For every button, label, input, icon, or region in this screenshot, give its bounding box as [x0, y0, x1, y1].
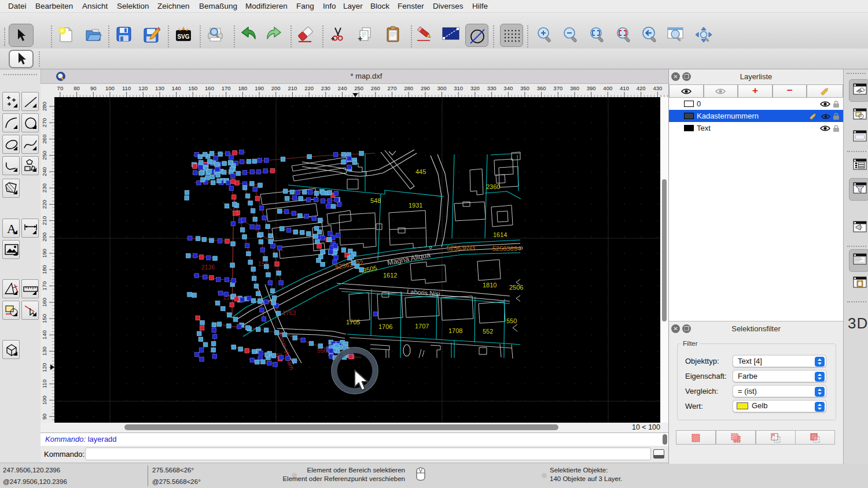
svg-text:230: 230 [321, 85, 330, 91]
svg-text:1705: 1705 [346, 319, 360, 326]
svg-text:260: 260 [371, 85, 380, 91]
svg-text:550: 550 [506, 317, 517, 324]
svg-text:190: 190 [41, 249, 47, 258]
svg-text:210: 210 [41, 216, 47, 225]
svg-text:110: 110 [122, 85, 131, 91]
svg-text:140: 140 [41, 330, 47, 339]
svg-text:230: 230 [41, 183, 47, 193]
svg-text:330: 330 [487, 85, 496, 91]
svg-text:110: 110 [41, 379, 47, 388]
svg-text:130: 130 [41, 346, 47, 356]
svg-text:320: 320 [470, 85, 480, 91]
svg-text:220: 220 [304, 85, 314, 91]
svg-text:390: 390 [587, 85, 596, 91]
svg-text:2136: 2136 [201, 264, 215, 271]
svg-text:170: 170 [222, 85, 231, 91]
svg-text:1763: 1763 [282, 309, 296, 316]
svg-text:130: 130 [155, 85, 164, 91]
svg-text:100: 100 [105, 85, 115, 91]
svg-text:240: 240 [41, 167, 47, 176]
svg-text:290: 290 [421, 85, 430, 91]
svg-text:260: 260 [41, 135, 47, 144]
svg-text:52563694: 52563694 [492, 245, 521, 252]
svg-text:160: 160 [41, 298, 47, 307]
svg-text:1708: 1708 [448, 327, 462, 334]
svg-text:1707: 1707 [415, 323, 429, 330]
svg-text:380: 380 [570, 85, 579, 91]
svg-text:80: 80 [73, 85, 80, 91]
svg-text:430: 430 [653, 85, 662, 91]
svg-text:170: 170 [41, 282, 47, 291]
svg-text:210: 210 [288, 85, 297, 91]
svg-text:150: 150 [41, 314, 47, 323]
svg-text:270: 270 [388, 85, 397, 91]
svg-text:350: 350 [520, 85, 529, 91]
svg-text:52563693: 52563693 [447, 245, 475, 252]
svg-text:310: 310 [454, 85, 463, 91]
svg-text:552: 552 [483, 328, 493, 335]
svg-text:180: 180 [238, 85, 247, 91]
svg-text:300: 300 [437, 85, 447, 91]
svg-text:400: 400 [603, 85, 612, 91]
svg-text:120: 120 [41, 363, 47, 372]
svg-text:180: 180 [41, 265, 47, 274]
svg-text:1706: 1706 [378, 323, 392, 330]
svg-text:280: 280 [41, 102, 47, 111]
svg-text:1810: 1810 [483, 282, 496, 289]
svg-text:548: 548 [370, 197, 381, 204]
svg-text:410: 410 [620, 85, 629, 91]
svg-text:90: 90 [90, 85, 97, 91]
svg-text:200: 200 [271, 85, 281, 91]
svg-text:360: 360 [537, 85, 546, 91]
svg-text:140: 140 [172, 85, 181, 91]
svg-text:70: 70 [57, 85, 64, 91]
svg-text:90: 90 [41, 413, 47, 420]
svg-text:190: 190 [255, 85, 264, 91]
svg-text:2506: 2506 [509, 284, 523, 291]
svg-text:1614: 1614 [493, 231, 507, 238]
svg-text:370: 370 [553, 85, 562, 91]
svg-text:240: 240 [338, 85, 347, 91]
svg-text:150: 150 [188, 85, 197, 91]
svg-text:2360: 2360 [486, 183, 500, 190]
svg-text:1612: 1612 [383, 272, 397, 279]
svg-text:SVG: SVG [177, 34, 189, 40]
svg-text:100: 100 [41, 395, 47, 405]
svg-text:270: 270 [41, 118, 47, 127]
svg-text:200: 200 [41, 232, 47, 242]
svg-text:340: 340 [503, 85, 513, 91]
svg-text:445: 445 [415, 168, 426, 175]
svg-text:220: 220 [41, 199, 47, 209]
svg-text:1931: 1931 [409, 202, 422, 209]
svg-text:280: 280 [404, 85, 413, 91]
svg-text:160: 160 [205, 85, 214, 91]
svg-text:120: 120 [138, 85, 148, 91]
svg-text:250: 250 [354, 85, 363, 91]
svg-text:250: 250 [41, 151, 47, 160]
svg-text:420: 420 [637, 85, 646, 91]
